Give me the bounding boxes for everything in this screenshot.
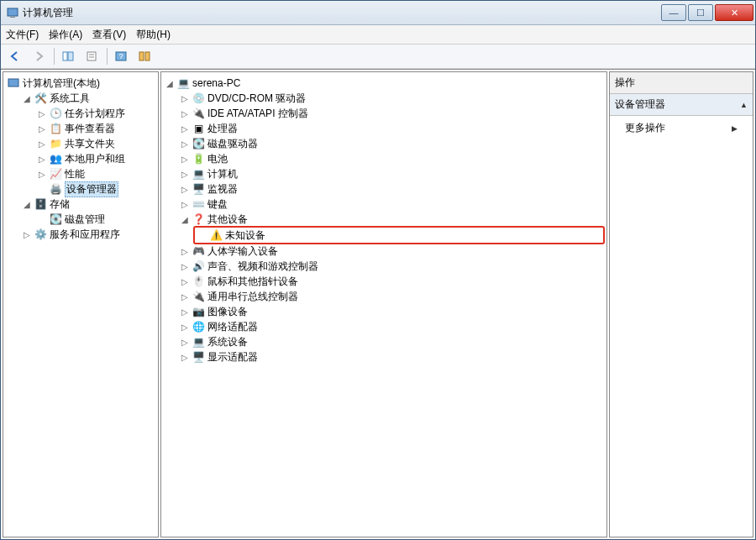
expand-icon[interactable]: ▷ [180,108,190,118]
device-monitor[interactable]: ▷🖥️监视器 [178,181,605,197]
tree-root-computer-management[interactable]: 计算机管理(本地) [5,76,156,91]
expand-icon[interactable]: ▷ [22,229,32,239]
device-root[interactable]: ◢ 💻 serena-PC [163,76,605,91]
tree-label: 网络适配器 [207,320,258,334]
toolbar-extra-button[interactable] [134,46,155,66]
tree-label: 鼠标和其他指针设备 [207,275,298,289]
show-hide-tree-button[interactable] [57,46,79,66]
menu-file[interactable]: 文件(F) [6,28,39,42]
tree-shared-folders[interactable]: ▷📁共享文件夹 [35,136,156,151]
expand-icon[interactable]: ▷ [180,261,190,271]
tree-label: 系统工具 [50,92,90,106]
tree-storage[interactable]: ◢ 🗄️ 存储 [20,197,156,212]
expand-icon[interactable]: ▷ [180,139,190,149]
collapse-icon[interactable]: ◢ [180,214,190,224]
tree-event-viewer[interactable]: ▷📋事件查看器 [35,121,156,136]
svg-rect-1 [10,17,15,18]
properties-button[interactable] [81,46,102,66]
expand-icon[interactable]: ▷ [180,276,190,286]
device-computer[interactable]: ▷💻计算机 [178,166,605,181]
tree-label: 未知设备 [225,228,265,243]
maximize-button[interactable]: ☐ [688,4,713,21]
back-button[interactable] [4,46,26,66]
tree-device-manager[interactable]: 🖨️设备管理器 [35,181,156,197]
device-mouse[interactable]: ▷🖱️鼠标和其他指针设备 [178,274,605,289]
menu-view[interactable]: 查看(V) [92,28,126,42]
svg-rect-3 [68,52,73,60]
tree-services-apps[interactable]: ▷⚙️服务和应用程序 [20,227,156,242]
tree-label: 任务计划程序 [65,107,125,121]
warning-icon: ⚠️ [209,228,223,242]
titlebar[interactable]: 计算机管理 — ☐ ✕ [1,1,755,25]
expand-icon[interactable]: ▷ [180,154,190,164]
expand-icon[interactable]: ▷ [37,108,47,118]
expand-icon[interactable]: ▷ [180,322,190,332]
tree-label: serena-PC [192,77,240,89]
menu-help[interactable]: 帮助(H) [136,28,171,42]
toolbar-separator [107,48,108,65]
tree-label: 监视器 [207,182,238,197]
expand-icon[interactable]: ▷ [180,352,190,362]
tree-label: 磁盘驱动器 [207,137,258,151]
device-system[interactable]: ▷💻系统设备 [178,334,605,349]
expand-icon[interactable]: ▷ [37,139,47,149]
expand-icon[interactable]: ▷ [37,154,47,164]
diskdrive-icon: 💽 [192,137,205,150]
tree-system-tools[interactable]: ◢ 🛠️ 系统工具 [20,91,156,106]
menu-action[interactable]: 操作(A) [49,28,82,42]
tree-performance[interactable]: ▷📈性能 [35,166,156,181]
device-sound[interactable]: ▷🔊声音、视频和游戏控制器 [178,259,605,274]
device-unknown-highlighted[interactable]: ⚠️未知设备 [193,226,605,244]
tree-label: 人体学输入设备 [207,244,278,259]
expand-icon[interactable]: ▷ [180,169,190,179]
device-ide[interactable]: ▷🔌IDE ATA/ATAPI 控制器 [178,106,605,121]
expand-icon[interactable]: ▷ [180,291,190,301]
svg-rect-0 [8,8,18,16]
device-cpu[interactable]: ▷▣处理器 [178,121,605,136]
device-battery[interactable]: ▷🔋电池 [178,151,605,166]
help-button[interactable]: ? [110,46,132,66]
minimize-button[interactable]: — [661,4,686,21]
tree-task-scheduler[interactable]: ▷🕒任务计划程序 [35,106,156,121]
expand-icon[interactable]: ▷ [37,123,47,134]
device-diskdrives[interactable]: ▷💽磁盘驱动器 [178,136,605,151]
left-panel[interactable]: 计算机管理(本地) ◢ 🛠️ 系统工具 ▷🕒任务计划程序 ▷📋事件查看器 [3,71,159,537]
actions-panel: 操作 设备管理器 ▲ 更多操作 ▶ [609,71,753,537]
sound-icon: 🔊 [192,260,205,273]
expand-icon[interactable]: ▷ [180,93,190,103]
device-hid[interactable]: ▷🎮人体学输入设备 [178,244,605,259]
device-network[interactable]: ▷🌐网络适配器 [178,319,605,334]
disk-icon: 💽 [49,212,62,226]
expand-icon[interactable]: ▷ [180,337,190,347]
tree-label: 系统设备 [207,335,248,349]
usb-icon: 🔌 [192,290,205,303]
device-tree-panel[interactable]: ◢ 💻 serena-PC ▷💿DVD/CD-ROM 驱动器 ▷🔌IDE ATA… [160,71,607,537]
expand-icon[interactable]: ▷ [180,246,190,256]
close-button[interactable]: ✕ [715,4,753,21]
device-usb[interactable]: ▷🔌通用串行总线控制器 [178,289,605,304]
tree-disk-management[interactable]: 💽磁盘管理 [35,212,156,227]
tree-local-users[interactable]: ▷👥本地用户和组 [35,151,156,166]
forward-button[interactable] [28,46,50,66]
expand-icon[interactable]: ▷ [180,123,190,134]
tree-label: 性能 [65,167,85,181]
body: 计算机管理(本地) ◢ 🛠️ 系统工具 ▷🕒任务计划程序 ▷📋事件查看器 [1,69,755,539]
device-keyboard[interactable]: ▷⌨️键盘 [178,197,605,212]
actions-more[interactable]: 更多操作 ▶ [610,116,753,140]
collapse-icon[interactable]: ◢ [22,199,32,209]
tree-label: IDE ATA/ATAPI 控制器 [207,107,308,121]
device-display[interactable]: ▷🖥️显示适配器 [178,349,605,364]
actions-section[interactable]: 设备管理器 ▲ [610,94,753,116]
collapse-icon[interactable]: ◢ [165,78,175,88]
expand-icon[interactable]: ▷ [180,199,190,209]
device-other[interactable]: ◢❓其他设备 [178,212,605,227]
mmc-icon [6,6,19,19]
expand-icon[interactable]: ▷ [180,184,190,194]
expand-icon[interactable]: ▷ [180,307,190,317]
toolbar: ? [1,45,755,69]
device-dvd[interactable]: ▷💿DVD/CD-ROM 驱动器 [178,91,605,106]
collapse-icon[interactable]: ◢ [22,93,32,103]
device-imaging[interactable]: ▷📷图像设备 [178,304,605,319]
expand-icon[interactable]: ▷ [37,169,47,179]
keyboard-icon: ⌨️ [192,197,205,211]
